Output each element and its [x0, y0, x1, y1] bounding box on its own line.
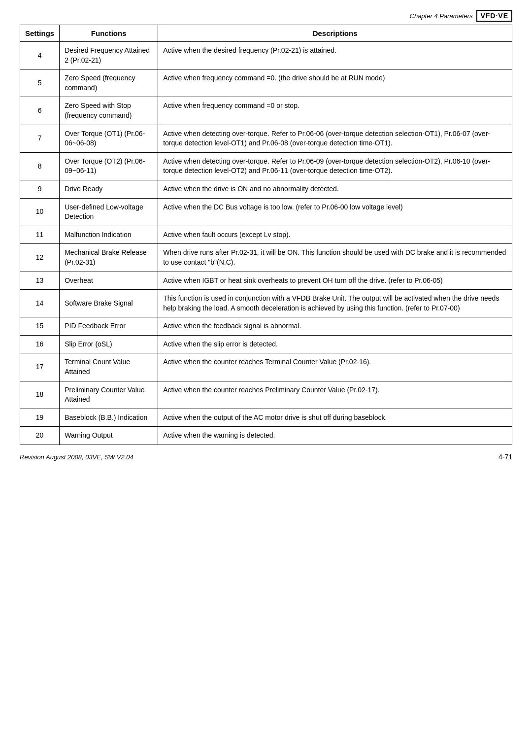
setting-cell: 18 [20, 381, 60, 409]
function-cell: Preliminary Counter Value Attained [60, 381, 158, 409]
function-cell: Drive Ready [60, 180, 158, 198]
function-cell: Over Torque (OT1) (Pr.06-06~06-08) [60, 125, 158, 152]
table-row: 13OverheatActive when IGBT or heat sink … [20, 272, 512, 290]
description-cell: This function is used in conjunction wit… [158, 290, 512, 317]
description-cell: Active when the output of the AC motor d… [158, 409, 512, 427]
setting-cell: 5 [20, 69, 60, 97]
description-cell: Active when detecting over-torque. Refer… [158, 152, 512, 180]
col-header-functions: Functions [60, 25, 158, 42]
setting-cell: 19 [20, 409, 60, 427]
logo-text: VFD·VE [480, 12, 508, 20]
table-header-row: Settings Functions Descriptions [20, 25, 512, 42]
function-cell: Mechanical Brake Release (Pr.02-31) [60, 244, 158, 272]
description-cell: Active when the feedback signal is abnor… [158, 317, 512, 336]
function-cell: User-defined Low-voltage Detection [60, 198, 158, 226]
parameters-table: Settings Functions Descriptions 4Desired… [20, 25, 512, 445]
setting-cell: 15 [20, 317, 60, 336]
footer-revision: Revision August 2008, 03VE, SW V2.04 [20, 453, 133, 461]
description-cell: Active when the DC Bus voltage is too lo… [158, 198, 512, 226]
page-header: Chapter 4 Parameters VFD·VE [20, 10, 512, 22]
setting-cell: 9 [20, 180, 60, 198]
setting-cell: 17 [20, 353, 60, 381]
description-cell: Active when the desired frequency (Pr.02… [158, 42, 512, 69]
setting-cell: 11 [20, 226, 60, 244]
page-footer: Revision August 2008, 03VE, SW V2.04 4-7… [20, 453, 512, 461]
function-cell: Desired Frequency Attained 2 (Pr.02-21) [60, 42, 158, 69]
function-cell: Malfunction Indication [60, 226, 158, 244]
description-cell: Active when the counter reaches Prelimin… [158, 381, 512, 409]
setting-cell: 14 [20, 290, 60, 317]
function-cell: Warning Output [60, 427, 158, 445]
function-cell: Over Torque (OT2) (Pr.06-09~06-11) [60, 152, 158, 180]
table-row: 16Slip Error (oSL)Active when the slip e… [20, 335, 512, 353]
footer-page-number: 4-71 [499, 453, 512, 461]
table-row: 4Desired Frequency Attained 2 (Pr.02-21)… [20, 42, 512, 69]
function-cell: Overheat [60, 272, 158, 290]
setting-cell: 10 [20, 198, 60, 226]
table-row: 8Over Torque (OT2) (Pr.06-09~06-11)Activ… [20, 152, 512, 180]
description-cell: Active when the warning is detected. [158, 427, 512, 445]
table-row: 20Warning OutputActive when the warning … [20, 427, 512, 445]
table-row: 15PID Feedback ErrorActive when the feed… [20, 317, 512, 336]
setting-cell: 12 [20, 244, 60, 272]
setting-cell: 4 [20, 42, 60, 69]
table-row: 11Malfunction IndicationActive when faul… [20, 226, 512, 244]
description-cell: Active when fault occurs (except Lv stop… [158, 226, 512, 244]
description-cell: Active when the drive is ON and no abnor… [158, 180, 512, 198]
setting-cell: 7 [20, 125, 60, 152]
description-cell: Active when the counter reaches Terminal… [158, 353, 512, 381]
function-cell: Zero Speed with Stop (frequency command) [60, 97, 158, 125]
setting-cell: 6 [20, 97, 60, 125]
col-header-descriptions: Descriptions [158, 25, 512, 42]
logo: VFD·VE [476, 10, 512, 22]
description-cell: Active when frequency command =0. (the d… [158, 69, 512, 97]
table-row: 18Preliminary Counter Value AttainedActi… [20, 381, 512, 409]
description-cell: Active when frequency command =0 or stop… [158, 97, 512, 125]
description-cell: Active when IGBT or heat sink overheats … [158, 272, 512, 290]
function-cell: Software Brake Signal [60, 290, 158, 317]
chapter-title: Chapter 4 Parameters [410, 12, 473, 20]
function-cell: Terminal Count Value Attained [60, 353, 158, 381]
table-row: 6Zero Speed with Stop (frequency command… [20, 97, 512, 125]
table-row: 5Zero Speed (frequency command)Active wh… [20, 69, 512, 97]
table-row: 19Baseblock (B.B.) IndicationActive when… [20, 409, 512, 427]
description-cell: Active when detecting over-torque. Refer… [158, 125, 512, 152]
description-cell: When drive runs after Pr.02-31, it will … [158, 244, 512, 272]
table-row: 14Software Brake SignalThis function is … [20, 290, 512, 317]
setting-cell: 8 [20, 152, 60, 180]
table-row: 12Mechanical Brake Release (Pr.02-31)Whe… [20, 244, 512, 272]
setting-cell: 16 [20, 335, 60, 353]
table-row: 10User-defined Low-voltage DetectionActi… [20, 198, 512, 226]
setting-cell: 13 [20, 272, 60, 290]
function-cell: Baseblock (B.B.) Indication [60, 409, 158, 427]
table-row: 17Terminal Count Value AttainedActive wh… [20, 353, 512, 381]
setting-cell: 20 [20, 427, 60, 445]
table-row: 9Drive ReadyActive when the drive is ON … [20, 180, 512, 198]
table-row: 7Over Torque (OT1) (Pr.06-06~06-08)Activ… [20, 125, 512, 152]
function-cell: PID Feedback Error [60, 317, 158, 336]
description-cell: Active when the slip error is detected. [158, 335, 512, 353]
col-header-settings: Settings [20, 25, 60, 42]
function-cell: Zero Speed (frequency command) [60, 69, 158, 97]
function-cell: Slip Error (oSL) [60, 335, 158, 353]
